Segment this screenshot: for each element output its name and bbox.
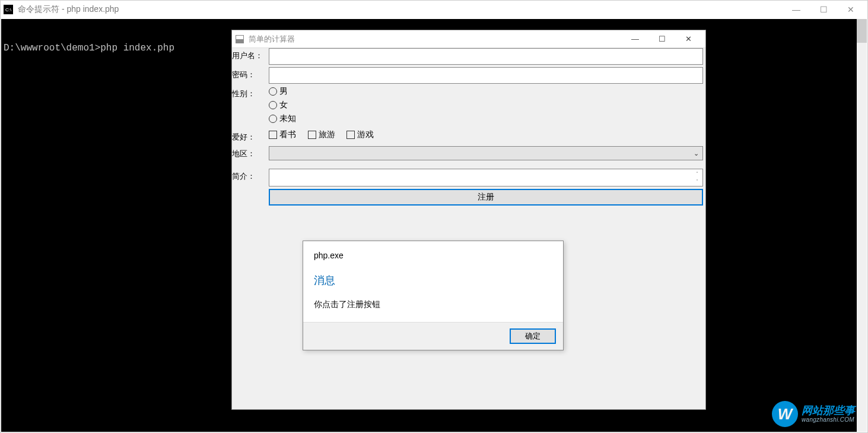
intro-label: 简介： — [232, 169, 269, 182]
cmd-icon: C:\ — [4, 5, 13, 14]
app-window: 简单的计算器 — ☐ ✕ 用户名： 密码： 性别： 男 女 未知 爱好： 看书 — [231, 30, 706, 410]
close-button[interactable]: ✕ — [837, 1, 864, 18]
app-minimize-button[interactable]: — — [622, 31, 648, 48]
region-label: 地区： — [232, 146, 269, 159]
gender-label: 性别： — [232, 86, 269, 99]
scrollbar[interactable] — [857, 19, 867, 432]
password-input[interactable] — [269, 67, 703, 84]
hobby-travel-checkbox[interactable]: 旅游 — [308, 129, 335, 140]
app-close-button[interactable]: ✕ — [675, 31, 702, 48]
message-dialog: php.exe 消息 你点击了注册按钮 确定 — [303, 241, 564, 350]
intro-textarea[interactable]: ˄ ˅ — [269, 169, 703, 187]
scrollbar-thumb[interactable] — [857, 19, 867, 43]
app-title: 简单的计算器 — [249, 34, 622, 45]
region-select[interactable]: ⌄ — [269, 146, 703, 160]
cmd-title: 命令提示符 - php index.php — [18, 4, 783, 15]
hobby-label: 爱好： — [232, 129, 269, 143]
maximize-button[interactable]: ☐ — [810, 1, 837, 18]
gender-unknown-radio[interactable]: 未知 — [269, 113, 296, 124]
watermark: W 网站那些事 wangzhanshi.COM — [772, 401, 855, 427]
hobby-game-checkbox[interactable]: 游戏 — [346, 129, 374, 140]
register-button[interactable]: 注册 — [269, 189, 703, 206]
dialog-message: 你点击了注册按钮 — [314, 299, 552, 310]
dialog-app-name: php.exe — [314, 251, 552, 260]
username-input[interactable] — [269, 48, 703, 65]
spin-down-icon[interactable]: ˅ — [693, 178, 701, 185]
dialog-ok-button[interactable]: 确定 — [510, 328, 556, 344]
watermark-cn: 网站那些事 — [802, 405, 855, 417]
form: 用户名： 密码： 性别： 男 女 未知 爱好： 看书 旅游 游戏 地区： — [232, 48, 705, 208]
chevron-down-icon: ⌄ — [694, 150, 699, 157]
gender-male-radio[interactable]: 男 — [269, 86, 288, 97]
password-label: 密码： — [232, 67, 269, 80]
gender-female-radio[interactable]: 女 — [269, 100, 288, 110]
watermark-icon: W — [772, 401, 798, 427]
cmd-titlebar: C:\ 命令提示符 - php index.php — ☐ ✕ — [1, 1, 867, 18]
hobby-read-checkbox[interactable]: 看书 — [269, 129, 296, 140]
textarea-spinner[interactable]: ˄ ˅ — [693, 170, 701, 185]
watermark-en: wangzhanshi.COM — [802, 416, 855, 423]
app-icon — [236, 35, 244, 43]
username-label: 用户名： — [232, 48, 269, 61]
app-titlebar: 简单的计算器 — ☐ ✕ — [232, 30, 705, 48]
minimize-button[interactable]: — — [783, 1, 810, 18]
spin-up-icon[interactable]: ˄ — [693, 170, 701, 178]
app-maximize-button[interactable]: ☐ — [648, 31, 675, 48]
dialog-heading: 消息 — [314, 273, 552, 287]
